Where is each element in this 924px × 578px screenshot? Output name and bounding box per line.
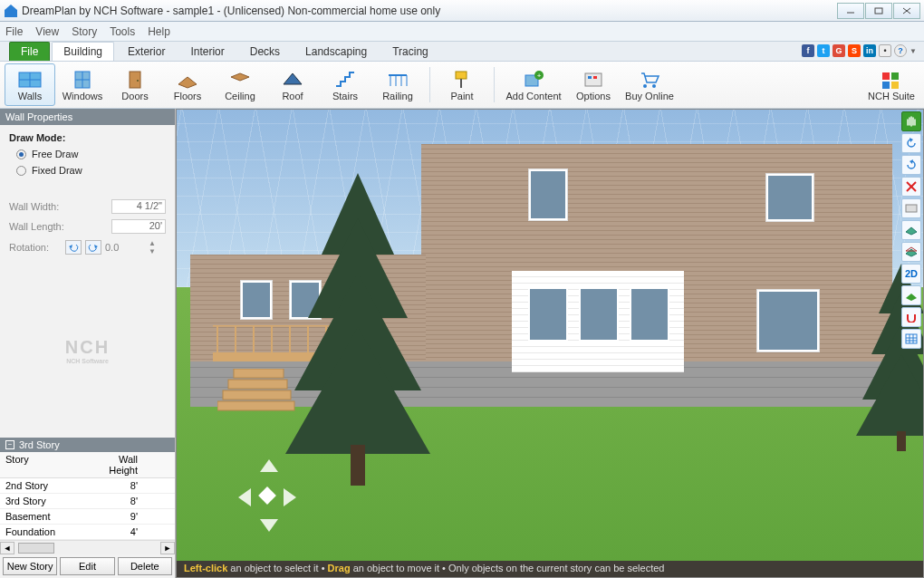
house-window: [240, 280, 273, 320]
help-icon[interactable]: ?: [894, 44, 907, 57]
layer-tool-2[interactable]: [901, 220, 921, 240]
collapse-icon[interactable]: −: [5, 440, 14, 449]
svg-rect-0: [5, 10, 17, 17]
delete-story-button[interactable]: Delete: [118, 557, 172, 575]
2d-toggle[interactable]: 2D: [901, 264, 921, 284]
nav-up[interactable]: [260, 459, 278, 472]
roof-button[interactable]: Roof: [267, 63, 318, 106]
redo-button[interactable]: [901, 155, 921, 175]
tab-tracing[interactable]: Tracing: [380, 42, 440, 61]
maximize-button[interactable]: [865, 3, 892, 19]
app-icon: [4, 4, 18, 18]
tab-interior[interactable]: Interior: [178, 42, 236, 61]
rotate-right-button[interactable]: [85, 240, 101, 255]
story-col-name[interactable]: Story: [0, 452, 86, 477]
pan-tool[interactable]: [901, 111, 921, 131]
floors-icon: [175, 69, 200, 91]
menu-view[interactable]: View: [35, 25, 59, 38]
story-col-height[interactable]: Wall Height: [86, 452, 154, 477]
wall-width-label: Wall Width:: [9, 201, 59, 212]
delete-tool[interactable]: [901, 177, 921, 197]
nav-right[interactable]: [284, 488, 296, 506]
viewport-toolbar: 2D: [901, 111, 921, 349]
svg-marker-14: [178, 77, 197, 88]
scroll-left-icon[interactable]: ◄: [0, 542, 14, 554]
menu-help[interactable]: Help: [148, 25, 170, 38]
rotation-input[interactable]: 0.0: [105, 242, 145, 253]
edit-story-button[interactable]: Edit: [60, 557, 114, 575]
stumble-icon[interactable]: S: [848, 44, 861, 57]
bay-window: [512, 271, 684, 372]
windows-icon: [70, 69, 95, 91]
buy-online-button[interactable]: Buy Online: [621, 63, 679, 106]
nch-suite-button[interactable]: NCH Suite: [863, 63, 919, 106]
story-scrollbar[interactable]: ◄ ►: [0, 540, 175, 554]
3d-viewport[interactable]: 2D Left-click an object to select it • D…: [176, 109, 924, 578]
table-row[interactable]: Basement9': [0, 509, 175, 525]
draw-mode-label: Draw Mode:: [9, 132, 65, 143]
terrain-tool[interactable]: [901, 285, 921, 305]
tab-file[interactable]: File: [9, 42, 50, 61]
extra-icon[interactable]: •: [879, 44, 891, 57]
nav-left[interactable]: [238, 488, 251, 506]
walls-button[interactable]: Walls: [5, 63, 55, 106]
menu-tools[interactable]: Tools: [110, 25, 135, 38]
layer-tool-1[interactable]: [901, 198, 921, 218]
svg-rect-27: [585, 73, 602, 86]
stairs-icon: [332, 69, 358, 91]
tab-decks[interactable]: Decks: [238, 42, 292, 61]
snap-tool[interactable]: [901, 307, 921, 327]
new-story-button[interactable]: New Story: [3, 557, 57, 575]
svg-marker-15: [231, 73, 249, 81]
minimize-button[interactable]: [837, 3, 864, 19]
undo-button[interactable]: [901, 133, 921, 153]
doors-button[interactable]: Doors: [110, 63, 160, 106]
doors-icon: [122, 69, 148, 91]
svg-marker-68: [906, 294, 917, 301]
close-button[interactable]: [893, 3, 920, 19]
svg-marker-61: [910, 159, 913, 164]
scroll-thumb[interactable]: [18, 543, 54, 554]
nav-down[interactable]: [260, 519, 278, 532]
linkedin-icon[interactable]: in: [863, 44, 876, 57]
railing-button[interactable]: Railing: [372, 63, 423, 106]
facebook-icon[interactable]: f: [802, 44, 814, 57]
status-bar: Left-click an object to select it • Drag…: [177, 561, 923, 577]
add-content-button[interactable]: +Add Content: [501, 63, 566, 106]
googleplus-icon[interactable]: G: [833, 44, 845, 57]
wall-width-input[interactable]: 4 1/2": [111, 199, 166, 214]
tab-building[interactable]: Building: [52, 42, 114, 61]
table-row[interactable]: 2nd Story8': [0, 478, 175, 494]
radio-icon: [16, 149, 26, 159]
nch-logo: NCHNCH Software: [0, 263, 175, 438]
tab-landscaping[interactable]: Landscaping: [294, 42, 379, 61]
twitter-icon[interactable]: t: [817, 44, 830, 57]
scroll-right-icon[interactable]: ►: [160, 542, 175, 554]
svg-point-13: [137, 80, 139, 82]
free-draw-radio[interactable]: Free Draw: [16, 149, 166, 159]
layer-tool-3[interactable]: [901, 242, 921, 262]
windows-button[interactable]: Windows: [57, 63, 108, 106]
tab-exterior[interactable]: Exterior: [116, 42, 177, 61]
svg-point-30: [643, 84, 647, 88]
svg-rect-64: [906, 205, 917, 212]
paint-button[interactable]: Paint: [437, 63, 487, 106]
grid-tool[interactable]: [901, 329, 921, 349]
table-row[interactable]: Foundation4': [0, 525, 175, 540]
nav-center[interactable]: [258, 486, 276, 505]
rotate-left-button[interactable]: [65, 240, 82, 255]
story-header[interactable]: − 3rd Story: [0, 438, 175, 452]
window-title: DreamPlan by NCH Software - sample1 - (U…: [22, 5, 836, 17]
stairs-button[interactable]: Stairs: [320, 63, 371, 106]
wall-length-input[interactable]: 20': [111, 219, 166, 234]
svg-rect-35: [891, 82, 899, 89]
help-dropdown-icon[interactable]: ▼: [910, 47, 917, 55]
options-button[interactable]: Options: [568, 63, 619, 106]
ceiling-button[interactable]: Ceiling: [215, 63, 265, 106]
floors-button[interactable]: Floors: [162, 63, 213, 106]
svg-rect-3: [875, 8, 882, 14]
menu-file[interactable]: File: [5, 25, 23, 38]
table-row[interactable]: 3rd Story8': [0, 494, 175, 509]
menu-story[interactable]: Story: [72, 25, 97, 38]
fixed-draw-radio[interactable]: Fixed Draw: [16, 165, 166, 176]
